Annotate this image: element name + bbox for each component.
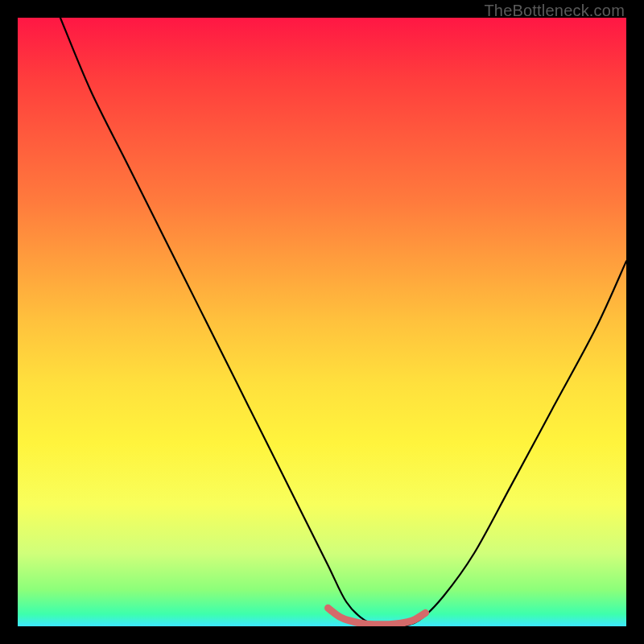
optimal-range-marker — [328, 608, 426, 625]
chart-plot-svg — [18, 18, 626, 626]
watermark-text: TheBottleneck.com — [484, 2, 625, 20]
chart-container: TheBottleneck.com — [0, 0, 644, 644]
bottleneck-curve — [60, 18, 626, 626]
